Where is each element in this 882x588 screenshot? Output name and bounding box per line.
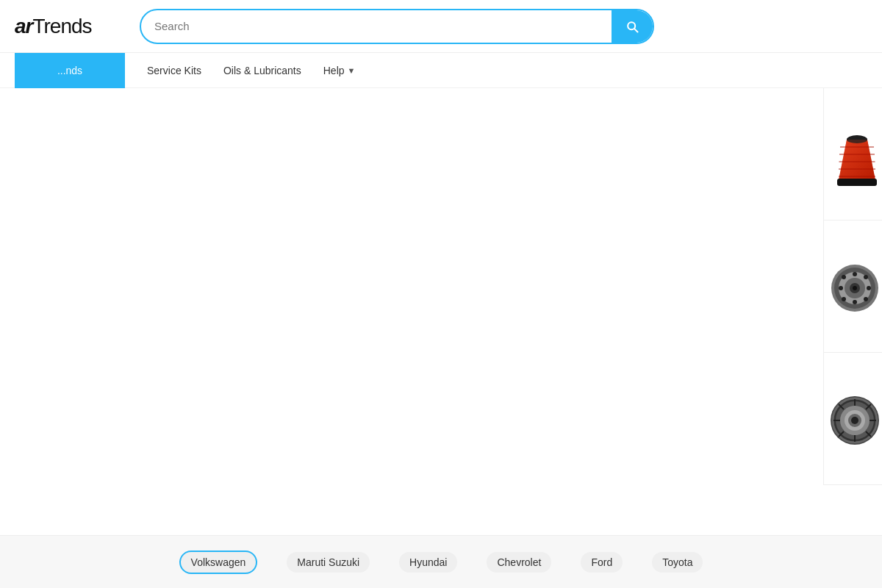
footer-brand-toyota[interactable]: Toyota [652, 552, 703, 573]
logo-text: arTrends [15, 15, 92, 38]
svg-point-28 [851, 417, 858, 424]
clutch-svg [829, 395, 881, 446]
chevron-down-icon: ▼ [348, 66, 356, 75]
nav-link-help-label: Help [323, 65, 345, 76]
air-filter-image [831, 129, 875, 180]
footer-brand-maruti-suzuki[interactable]: Maruti Suzuki [287, 552, 370, 573]
svg-point-19 [864, 297, 868, 301]
svg-point-18 [842, 275, 846, 279]
product-card-clutch[interactable] [823, 353, 882, 485]
svg-point-16 [839, 286, 843, 290]
footer-brand-volkswagen[interactable]: Volkswagen [179, 551, 258, 574]
air-filter-svg [831, 129, 883, 187]
svg-point-21 [842, 297, 846, 301]
search-container [140, 9, 654, 44]
nav-brand-label: ...nds [57, 65, 82, 76]
product-card-brake-disc[interactable] [823, 220, 882, 353]
nav-bar: ...nds Service Kits Oils & Lubricants He… [0, 53, 882, 88]
nav-brand-button[interactable]: ...nds [15, 53, 125, 88]
footer-brand-hyundai[interactable]: Hyundai [399, 552, 457, 573]
logo: arTrends [15, 15, 140, 38]
footer-brand-chevrolet[interactable]: Chevrolet [487, 552, 551, 573]
search-button[interactable] [612, 10, 653, 43]
nav-link-oils-lubricants[interactable]: Oils & Lubricants [223, 65, 301, 76]
logo-trends-part: Trends [32, 15, 91, 37]
svg-point-14 [853, 272, 857, 276]
svg-point-17 [867, 286, 871, 290]
svg-rect-6 [837, 179, 877, 186]
svg-point-20 [864, 275, 868, 279]
nav-link-service-kits[interactable]: Service Kits [147, 65, 201, 76]
product-card-air-filter[interactable] [823, 88, 882, 220]
product-sidebar [823, 88, 882, 485]
nav-links: Service Kits Oils & Lubricants Help ▼ [147, 65, 355, 76]
brake-disc-image [829, 262, 877, 310]
svg-point-13 [853, 286, 857, 290]
logo-car-part: ar [15, 15, 32, 37]
clutch-image [829, 395, 877, 442]
footer-brand-ford[interactable]: Ford [581, 552, 623, 573]
svg-point-15 [853, 300, 857, 304]
search-input[interactable] [141, 12, 612, 40]
search-icon [625, 19, 639, 34]
main-content [0, 88, 882, 535]
brake-disc-svg [829, 262, 881, 314]
footer: Volkswagen Maruti Suzuki Hyundai Chevrol… [0, 535, 882, 588]
svg-point-7 [847, 136, 867, 143]
nav-link-help[interactable]: Help ▼ [323, 65, 356, 76]
header: arTrends [0, 0, 882, 53]
